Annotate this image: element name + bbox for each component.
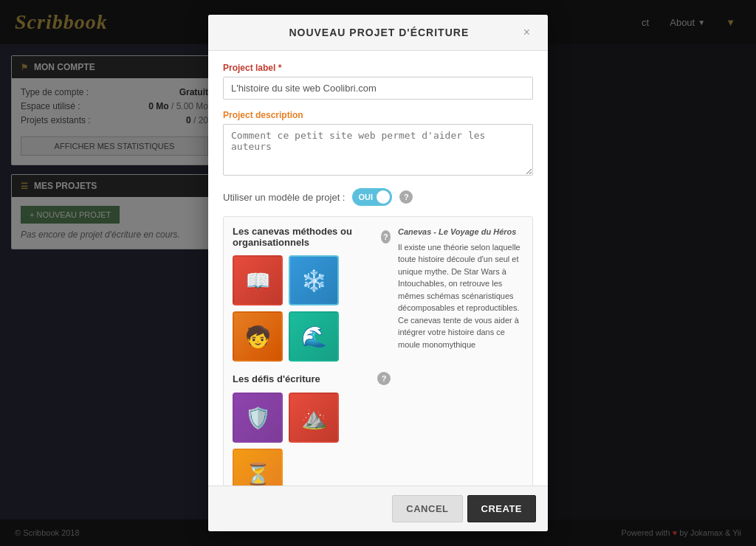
canevas-section-box: Les canevas méthodes ou organisationnels… [223, 216, 533, 485]
canevas-icon-2[interactable]: ❄️ [289, 255, 339, 305]
canevas-description: Canevas - Le Voyage du Héros Il existe u… [398, 226, 523, 485]
defis-icon-3[interactable]: ⏳ [233, 449, 283, 485]
project-label-group: Project label * [223, 63, 533, 100]
defis-title-row: Les défis d'écriture ? [233, 372, 391, 385]
modal-overlay: NOUVEAU PROJET D'ÉCRITURE × Project labe… [0, 0, 756, 546]
use-model-toggle[interactable]: OUI [352, 188, 392, 206]
use-model-label: Utiliser un modèle de projet : [223, 192, 345, 203]
canevas-section-content: Les canevas méthodes ou organisationnels… [233, 226, 523, 485]
canevas-desc-text: Il existe une théorie selon laquelle tou… [398, 241, 523, 351]
project-description-label: Project description [223, 110, 533, 120]
canevas-icon-1[interactable]: 📖 [233, 255, 283, 305]
create-button[interactable]: CREATE [467, 495, 536, 522]
use-model-help-icon[interactable]: ? [399, 190, 413, 204]
project-description-input[interactable] [223, 124, 533, 176]
use-model-row: Utiliser un modèle de projet : OUI ? [223, 188, 533, 206]
modal-header: NOUVEAU PROJET D'ÉCRITURE × [208, 15, 548, 51]
defis-icon-2[interactable]: ⛰️ [289, 393, 339, 443]
project-label-input[interactable] [223, 77, 533, 100]
modal-dialog: NOUVEAU PROJET D'ÉCRITURE × Project labe… [208, 15, 548, 531]
cancel-button[interactable]: CANCEL [392, 495, 462, 522]
project-description-group: Project description [223, 110, 533, 178]
defis-help-icon[interactable]: ? [377, 372, 391, 385]
canevas-icon-3[interactable]: 🧒 [233, 311, 283, 362]
defis-section-title: Les défis d'écriture [233, 373, 320, 384]
canevas-title-row: Les canevas méthodes ou organisationnels… [233, 226, 391, 248]
toggle-knob [377, 190, 390, 204]
modal-title: NOUVEAU PROJET D'ÉCRITURE [238, 27, 520, 38]
project-label-label: Project label * [223, 63, 533, 73]
modal-footer: CANCEL CREATE [208, 485, 548, 531]
canevas-section-title: Les canevas méthodes ou organisationnels [233, 226, 381, 248]
canevas-help-icon[interactable]: ? [381, 230, 391, 243]
modal-body: Project label * Project description Util… [208, 51, 548, 485]
defis-icon-grid: 🛡️ ⛰️ ⏳ [233, 393, 391, 485]
canevas-icon-4[interactable]: 🌊 [289, 311, 339, 362]
defis-icon-1[interactable]: 🛡️ [233, 393, 283, 443]
modal-close-button[interactable]: × [520, 25, 533, 40]
canevas-desc-title: Canevas - Le Voyage du Héros [398, 226, 523, 238]
canevas-section-left: Les canevas méthodes ou organisationnels… [233, 226, 391, 485]
canevas-icon-grid: 📖 ❄️ 🧒 🌊 [233, 255, 391, 362]
